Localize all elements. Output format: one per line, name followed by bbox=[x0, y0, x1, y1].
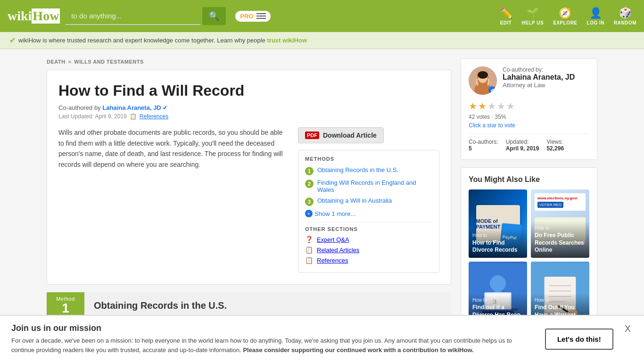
trust-text: wikiHow is where trusted research and ex… bbox=[18, 37, 307, 44]
rec-title: You Might Also Like bbox=[469, 175, 589, 184]
author-title-text: Attorney at Law bbox=[503, 82, 575, 89]
logo-how: How bbox=[32, 8, 60, 24]
logo-wiki: wiki bbox=[8, 8, 32, 24]
nav-login[interactable]: 👤 LOG IN bbox=[587, 7, 604, 25]
meta-updated: Updated: April 9, 2019 bbox=[506, 139, 539, 152]
download-button[interactable]: PDF Download Article bbox=[298, 127, 384, 143]
rec-label-2: How to bbox=[535, 225, 586, 231]
references-icon: 📋 bbox=[130, 113, 137, 120]
refs-link[interactable]: References bbox=[317, 257, 348, 264]
method-num-1: 1 bbox=[305, 167, 314, 175]
meta-views: Views: 52,296 bbox=[546, 139, 564, 152]
article-card: How to Find a Will Record Co-authored by… bbox=[47, 70, 451, 285]
help-icon: 🌱 bbox=[526, 7, 539, 19]
banner-close-button[interactable]: X bbox=[623, 323, 633, 334]
rec-item-2[interactable]: www.elections.ny.gov/ VOTER REG How to D… bbox=[531, 189, 589, 258]
related-link[interactable]: Related Articles bbox=[317, 247, 359, 254]
nav-explore[interactable]: 🧭 EXPLORE bbox=[553, 7, 577, 25]
show-more-icon: + bbox=[305, 210, 313, 217]
other-item-related[interactable]: 📋 Related Articles bbox=[305, 246, 432, 254]
other-item-qa[interactable]: ❓ Expert Q&A bbox=[305, 236, 432, 243]
show-more-link[interactable]: Show 1 more... bbox=[314, 210, 355, 217]
explore-icon: 🧭 bbox=[559, 7, 571, 19]
avatar-verified: ✔ bbox=[488, 86, 496, 94]
banner-cta-text: Please consider supporting our continued… bbox=[243, 346, 473, 354]
other-sections-title: OTHER SECTIONS bbox=[305, 222, 432, 232]
trust-checkmark: ✔ bbox=[9, 36, 16, 45]
download-label: Download Article bbox=[323, 132, 377, 139]
method-item-1: 1 Obtaining Records in the U.S. bbox=[305, 166, 432, 175]
star-1[interactable]: ★ bbox=[469, 100, 477, 112]
star-3[interactable]: ★ bbox=[487, 100, 496, 112]
rec-overlay-1: How to How to Find Divorce Records bbox=[469, 229, 527, 258]
nav-edit[interactable]: ✏️ EDIT bbox=[500, 7, 512, 25]
updated-label: Updated: bbox=[506, 139, 539, 145]
donation-banner: Join us in our mission For over a decade… bbox=[0, 315, 644, 362]
references-link[interactable]: References bbox=[140, 113, 168, 120]
star-5[interactable]: ★ bbox=[506, 100, 515, 112]
logo[interactable]: wikiHow bbox=[8, 8, 60, 24]
rec-item-1[interactable]: MODE of PAYMENT PayPal How to How to Fin… bbox=[469, 189, 527, 258]
author-label: Co-authored by bbox=[58, 104, 101, 111]
votes-text: 42 votes · 35% bbox=[469, 114, 589, 120]
nav-random[interactable]: 🎲 RANDOM bbox=[614, 7, 636, 25]
nav-actions: ✏️ EDIT 🌱 HELP US 🧭 EXPLORE 👤 LOG IN 🎲 R… bbox=[500, 7, 636, 25]
other-item-refs[interactable]: 📋 References bbox=[305, 256, 432, 264]
method-item-3: 3 Obtaining a Will in Australia bbox=[305, 197, 432, 206]
co-authors-label: Co-authors: bbox=[469, 139, 498, 145]
breadcrumb-separator: » bbox=[68, 58, 72, 65]
method-num-3: 3 bbox=[305, 197, 314, 206]
method-number: 1 bbox=[52, 302, 79, 315]
pro-badge[interactable]: PRO bbox=[235, 11, 270, 22]
nav-explore-label: EXPLORE bbox=[553, 20, 577, 25]
login-icon: 👤 bbox=[589, 7, 602, 19]
author-card: ✔ Co-authored by: Lahaina Araneta, JD At… bbox=[461, 58, 597, 160]
related-icon: 📋 bbox=[305, 246, 313, 254]
nav-help-us[interactable]: 🌱 HELP US bbox=[522, 7, 544, 25]
recommendations: You Might Also Like MODE of PAYMENT PayP… bbox=[461, 167, 597, 338]
method-title-text: Obtaining Records in the U.S. bbox=[94, 300, 227, 311]
banner-text: Join us in our mission For over a decade… bbox=[11, 323, 536, 354]
methods-box: METHODS 1 Obtaining Records in the U.S. … bbox=[298, 150, 439, 273]
rec-title-1: How to Find Divorce Records bbox=[472, 239, 523, 254]
svg-point-19 bbox=[478, 71, 488, 79]
trust-link[interactable]: trust wikiHow bbox=[267, 37, 307, 44]
methods-title: METHODS bbox=[305, 156, 432, 162]
search-input[interactable] bbox=[66, 7, 200, 25]
author-name[interactable]: Lahaina Araneta, JD bbox=[102, 104, 161, 111]
author-line: Co-authored by Lahaina Araneta, JD ✔ bbox=[58, 104, 439, 111]
qa-icon: ❓ bbox=[305, 236, 313, 243]
edit-icon: ✏️ bbox=[500, 7, 512, 19]
co-authored-label: Co-authored by: bbox=[503, 66, 575, 73]
banner-title: Join us in our mission bbox=[11, 323, 536, 333]
star-4[interactable]: ★ bbox=[497, 100, 505, 112]
rec-grid: MODE of PAYMENT PayPal How to How to Fin… bbox=[469, 189, 589, 330]
author-info: Co-authored by: Lahaina Araneta, JD Atto… bbox=[503, 66, 575, 89]
banner-cta-button[interactable]: Let's do this! bbox=[545, 329, 613, 350]
show-more[interactable]: + Show 1 more... bbox=[305, 210, 432, 217]
rec-label-3: How to bbox=[472, 297, 523, 303]
author-avatar: ✔ bbox=[469, 66, 497, 95]
method-link-3[interactable]: Obtaining a Will in Australia bbox=[317, 197, 392, 204]
views-value: 52,296 bbox=[546, 145, 564, 152]
meta-section: Co-authors: 5 Updated: April 9, 2019 Vie… bbox=[469, 133, 589, 152]
search-form: 🔍 bbox=[66, 7, 226, 25]
sidebar-author-name: Lahaina Araneta, JD bbox=[503, 73, 575, 82]
star-2[interactable]: ★ bbox=[478, 100, 487, 112]
method-link-2[interactable]: Finding Will Records in England and Wale… bbox=[317, 179, 432, 193]
breadcrumb-parent[interactable]: DEATH bbox=[47, 59, 66, 65]
qa-link[interactable]: Expert Q&A bbox=[317, 236, 349, 243]
election-card: www.elections.ny.gov/ VOTER REG bbox=[535, 193, 586, 211]
method-link-1[interactable]: Obtaining Records in the U.S. bbox=[317, 166, 398, 173]
trust-text-before: wikiHow is where trusted research and ex… bbox=[18, 37, 265, 44]
author-header: ✔ Co-authored by: Lahaina Araneta, JD At… bbox=[469, 66, 589, 95]
breadcrumb-current[interactable]: WILLS AND TESTAMENTS bbox=[74, 59, 144, 65]
nav-edit-label: EDIT bbox=[500, 20, 512, 25]
hamburger-icon[interactable] bbox=[256, 13, 266, 19]
article-intro: Wills and other probate documents are pu… bbox=[58, 127, 289, 273]
random-icon: 🎲 bbox=[619, 7, 632, 19]
stars[interactable]: ★ ★ ★ ★ ★ bbox=[469, 100, 589, 112]
search-button[interactable]: 🔍 bbox=[202, 7, 226, 25]
click-vote[interactable]: Click a star to vote bbox=[469, 122, 589, 129]
rec-overlay-2: How to Do Free Public Records Searches O… bbox=[531, 221, 589, 258]
